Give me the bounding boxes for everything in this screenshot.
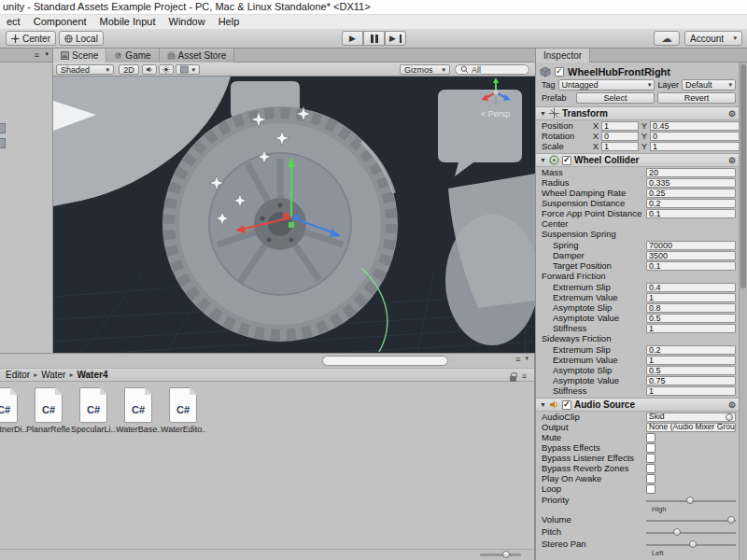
- perspective-toggle-label[interactable]: < Persp: [481, 109, 510, 119]
- transform-header[interactable]: ▼ Transform ⚙: [536, 106, 747, 120]
- target-position-field[interactable]: 0.1: [646, 261, 736, 271]
- chevron-down-icon[interactable]: ▾: [45, 50, 49, 58]
- menu-item-window[interactable]: Window: [162, 15, 212, 29]
- layer-dropdown[interactable]: Default▾: [682, 79, 736, 91]
- gizmos-dropdown[interactable]: Gizmos ▾: [400, 64, 450, 75]
- scale-y-field[interactable]: 1: [650, 142, 747, 151]
- icon-size-slider[interactable]: [480, 553, 521, 556]
- foldout-arrow-icon[interactable]: ▼: [540, 401, 546, 408]
- menu-item-help[interactable]: Help: [212, 15, 247, 29]
- tab-inspector[interactable]: Inspector: [536, 49, 590, 63]
- loop-checkbox[interactable]: [646, 484, 655, 494]
- slider-knob[interactable]: [502, 551, 510, 558]
- foldout-arrow-icon[interactable]: ▼: [540, 157, 546, 163]
- lock-icon[interactable]: [510, 376, 516, 382]
- wheel-mesh[interactable]: [162, 106, 398, 342]
- shading-mode-dropdown[interactable]: Shaded ▾: [56, 64, 114, 75]
- component-enabled-checkbox[interactable]: [562, 400, 571, 410]
- hierarchy-item-icon[interactable]: [0, 138, 6, 148]
- side-extremum-slip-field[interactable]: 0.2: [646, 345, 736, 355]
- tag-dropdown[interactable]: Untagged▾: [558, 79, 655, 91]
- cloud-services-button[interactable]: ☁: [654, 31, 680, 46]
- file-item[interactable]: C# WaterEdito...: [161, 387, 205, 434]
- priority-slider[interactable]: [646, 496, 736, 505]
- translate-gizmo-plane-handle[interactable]: [289, 222, 294, 228]
- rotation-y-field[interactable]: 0: [650, 132, 747, 141]
- scrollbar-thumb[interactable]: [740, 64, 746, 288]
- force-app-point-field[interactable]: 0.1: [646, 209, 736, 218]
- audio-source-header[interactable]: ▼ Audio Source ⚙: [536, 398, 747, 412]
- fwd-stiffness-field[interactable]: 1: [646, 324, 736, 333]
- menu-lines-icon[interactable]: ≡: [515, 355, 520, 364]
- file-item[interactable]: C# WaterBase...: [116, 387, 161, 434]
- position-x-field[interactable]: 1: [601, 121, 639, 131]
- menu-item-gameobject[interactable]: ect: [0, 15, 27, 29]
- side-extremum-value-field[interactable]: 1: [646, 356, 736, 365]
- radius-field[interactable]: 0.335: [646, 178, 736, 188]
- active-checkbox[interactable]: [555, 67, 564, 77]
- breadcrumb-editor[interactable]: Editor: [6, 369, 30, 381]
- file-item[interactable]: C# PlanarRefle...: [26, 387, 71, 434]
- breadcrumb-water4[interactable]: Water4: [77, 369, 107, 381]
- mass-field[interactable]: 20: [646, 168, 736, 177]
- pivot-center-button[interactable]: Center: [6, 31, 56, 46]
- menu-item-mobile-input[interactable]: Mobile Input: [93, 15, 162, 29]
- slider-knob[interactable]: [686, 497, 694, 504]
- output-object-field[interactable]: None (Audio Mixer Group): [646, 423, 736, 432]
- gear-icon[interactable]: ⚙: [728, 156, 736, 165]
- account-dropdown[interactable]: Account ▾: [684, 31, 742, 46]
- fwd-asymptote-value-field[interactable]: 0.5: [646, 314, 736, 323]
- object-picker-icon[interactable]: [726, 413, 733, 421]
- window-title-bar[interactable]: unity - Standard Assets Example Project …: [0, 0, 747, 15]
- rotation-x-field[interactable]: 0: [601, 132, 639, 141]
- damper-field[interactable]: 3500: [646, 251, 736, 260]
- play-on-awake-checkbox[interactable]: [646, 474, 655, 483]
- scene-lighting-toggle[interactable]: [159, 64, 174, 75]
- position-y-field[interactable]: 0.45: [650, 121, 747, 131]
- gear-icon[interactable]: ⚙: [728, 109, 736, 119]
- stereo-pan-slider[interactable]: [646, 539, 736, 549]
- scene-viewport[interactable]: < Persp: [53, 77, 535, 353]
- menu-item-component[interactable]: Component: [27, 15, 93, 29]
- prefab-select-button[interactable]: Select: [576, 92, 655, 104]
- effects-dropdown[interactable]: ▾: [176, 64, 200, 75]
- scene-audio-toggle[interactable]: [142, 64, 157, 75]
- slider-knob[interactable]: [689, 540, 697, 548]
- bypass-listener-checkbox[interactable]: [646, 454, 655, 463]
- translate-gizmo-plane-handle[interactable]: [283, 213, 289, 218]
- object-name[interactable]: WheelHubFrontRight: [568, 66, 670, 77]
- component-enabled-checkbox[interactable]: [562, 156, 571, 165]
- fwd-asymptote-slip-field[interactable]: 0.8: [646, 303, 736, 313]
- spring-field[interactable]: 70000: [646, 241, 736, 250]
- inspector-scrollbar[interactable]: [739, 63, 747, 560]
- prefab-revert-button[interactable]: Revert: [657, 92, 736, 104]
- step-button[interactable]: ▶: [385, 31, 406, 46]
- file-item[interactable]: C# GerstnerDi...: [0, 387, 26, 434]
- wheel-collider-header[interactable]: ▼ Wheel Collider ⚙: [536, 153, 747, 167]
- bypass-effects-checkbox[interactable]: [646, 443, 655, 453]
- volume-slider[interactable]: [646, 515, 736, 525]
- slider-knob[interactable]: [727, 516, 735, 524]
- pitch-slider[interactable]: [646, 527, 736, 537]
- mute-checkbox[interactable]: [646, 433, 655, 442]
- bypass-reverb-checkbox[interactable]: [646, 464, 655, 473]
- wheel-damping-field[interactable]: 0.25: [646, 189, 736, 198]
- file-item[interactable]: C# SpecularLi...: [71, 387, 116, 434]
- slider-knob[interactable]: [673, 528, 681, 536]
- scale-x-field[interactable]: 1: [601, 142, 639, 151]
- foldout-arrow-icon[interactable]: ▼: [540, 110, 546, 117]
- play-button[interactable]: ▶: [342, 31, 363, 46]
- tab-asset-store[interactable]: Asset Store: [160, 49, 235, 63]
- tab-game[interactable]: Game: [106, 49, 159, 63]
- translate-gizmo-plane-handle[interactable]: [294, 215, 300, 220]
- side-asymptote-slip-field[interactable]: 0.5: [646, 366, 736, 375]
- side-asymptote-value-field[interactable]: 0.75: [646, 376, 736, 385]
- hierarchy-item-icon[interactable]: [0, 123, 6, 133]
- fwd-extremum-value-field[interactable]: 1: [646, 293, 736, 302]
- suspension-distance-field[interactable]: 0.2: [646, 199, 736, 208]
- pause-button[interactable]: [363, 31, 385, 46]
- audioclip-object-field[interactable]: Skid: [646, 413, 736, 422]
- fwd-extremum-slip-field[interactable]: 0.4: [646, 283, 736, 292]
- side-stiffness-field[interactable]: 1: [646, 386, 736, 396]
- global-local-button[interactable]: Local: [59, 31, 104, 46]
